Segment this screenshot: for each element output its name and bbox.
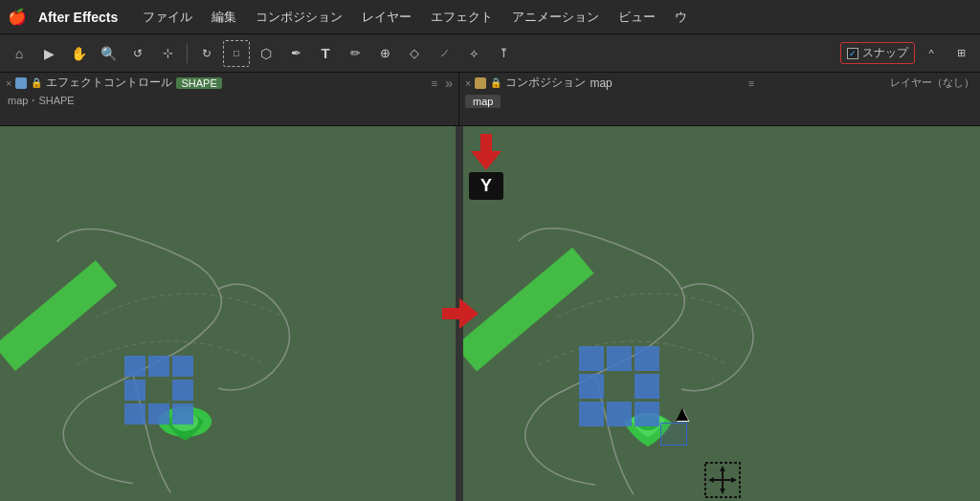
apple-logo-icon[interactable]: 🍎	[8, 8, 27, 26]
app-name: After Effects	[38, 10, 118, 25]
pen-tool-button[interactable]: ✒	[282, 40, 309, 67]
panel-right-icon	[475, 77, 486, 89]
lasso-tool-button[interactable]: ↺	[124, 40, 151, 67]
select-tool-button[interactable]: ▶	[35, 40, 62, 67]
panel-right-tab-row: × 🔒 コンポジション map ≡ レイヤー（なし）	[465, 75, 974, 91]
handle-bc	[148, 403, 169, 425]
menu-bar: 🍎 After Effects ファイル 編集 コンポジション レイヤー エフェ…	[0, 0, 980, 34]
panel-left-menu-icon[interactable]: ≡	[432, 77, 437, 89]
menu-effect[interactable]: エフェクト	[421, 5, 502, 30]
hand-tool-button[interactable]: ✋	[65, 40, 92, 67]
menu-layer[interactable]: レイヤー	[352, 5, 421, 30]
extra-btn-2[interactable]: ⊞	[947, 40, 974, 67]
handle-r-bc	[607, 402, 632, 426]
panel-left-icon	[15, 77, 27, 89]
anchor-tool-button[interactable]: ⊕	[371, 40, 398, 67]
panel-left-subtitle: map・SHAPE	[6, 91, 453, 108]
shape-tool-button[interactable]: ⬡	[253, 40, 279, 67]
fill-tool-button[interactable]: ◇	[401, 40, 428, 67]
handle-grid-right	[579, 346, 659, 426]
panel-right-lock-icon: 🔒	[490, 77, 501, 88]
handle-tc	[148, 356, 169, 377]
handle-tl	[124, 356, 145, 377]
handle-r-br	[635, 402, 659, 426]
move-tool-button[interactable]: ⊹	[154, 40, 181, 67]
selection-rect-small	[660, 423, 687, 446]
home-tool-button[interactable]: ⌂	[6, 40, 33, 67]
menu-composition[interactable]: コンポジション	[246, 5, 352, 30]
handle-r-mc-empty	[607, 374, 632, 399]
handle-r-mr	[635, 374, 659, 399]
toolbar: ⌂ ▶ ✋ 🔍 ↺ ⊹ ↻ □ ⬡ ✒ T ✏ ⊕ ◇ ⟋ ⟡ ⤒ スナップ ^…	[0, 34, 980, 73]
handle-r-tl	[579, 346, 604, 371]
handle-r-bl	[579, 402, 604, 426]
move-cursor-icon	[703, 461, 742, 501]
panel-left: × 🔒 エフェクトコントロール SHAPE ≡ » map・SHAPE	[0, 73, 459, 125]
map-tab[interactable]: map	[465, 95, 501, 108]
panel-left-tab-row: × 🔒 エフェクトコントロール SHAPE ≡ »	[6, 75, 453, 91]
handle-r-tc	[607, 346, 632, 371]
handle-br	[172, 403, 193, 425]
handle-mc-empty	[148, 380, 169, 401]
svg-marker-9	[731, 477, 737, 483]
menu-animation[interactable]: アニメーション	[502, 5, 609, 30]
orbit-tool-button[interactable]: ↻	[193, 40, 220, 67]
y-label: Y	[469, 172, 503, 200]
layer-label: レイヤー（なし）	[890, 76, 974, 90]
extra-btn-1[interactable]: ^	[918, 40, 945, 67]
canvas-left-bg	[0, 126, 456, 501]
handle-grid-left	[124, 356, 193, 425]
panel-right-close[interactable]: ×	[465, 77, 471, 89]
handle-r-ml	[579, 374, 604, 399]
text-tool-button[interactable]: T	[312, 40, 339, 67]
puppet-tool-button[interactable]: ⟡	[460, 40, 487, 67]
snap-button[interactable]: スナップ	[840, 42, 915, 64]
panel-left-title: エフェクトコントロール	[46, 75, 172, 91]
canvas-left	[0, 126, 459, 501]
shape-badge: SHAPE	[176, 77, 221, 89]
menu-file[interactable]: ファイル	[133, 5, 202, 30]
panel-right: × 🔒 コンポジション map ≡ レイヤー（なし） map	[459, 73, 980, 125]
canvas-right: ▲	[459, 126, 980, 501]
toolbar-divider-1	[187, 44, 188, 63]
handle-bl	[124, 403, 145, 425]
rect-select-button[interactable]: □	[223, 40, 250, 67]
zoom-tool-button[interactable]: 🔍	[95, 40, 122, 67]
brush-tool-button[interactable]: ⟋	[431, 40, 457, 67]
snap-label: スナップ	[862, 45, 908, 61]
handle-ml	[124, 380, 145, 401]
menu-edit[interactable]: 編集	[202, 5, 246, 30]
panel-right-title: コンポジション	[505, 75, 586, 91]
handle-r-tr	[635, 346, 659, 371]
eyedrop-tool-button[interactable]: ✏	[342, 40, 368, 67]
menu-items: ファイル 編集 コンポジション レイヤー エフェクト アニメーション ビュー ウ	[133, 5, 697, 30]
svg-marker-8	[708, 477, 714, 483]
right-arrow-icon	[442, 298, 479, 329]
right-arrow-container	[442, 298, 479, 329]
menu-window[interactable]: ウ	[665, 5, 697, 30]
down-arrow-icon	[471, 134, 501, 170]
panel-left-expand-icon[interactable]: »	[445, 76, 453, 91]
svg-marker-6	[720, 466, 725, 471]
pin-tool-button[interactable]: ⤒	[490, 40, 517, 67]
main-area: Y	[0, 126, 980, 501]
panel-left-lock-icon: 🔒	[31, 77, 42, 88]
menu-view[interactable]: ビュー	[609, 5, 665, 30]
handle-tr	[172, 356, 193, 377]
handle-mr	[172, 380, 193, 401]
panel-left-close[interactable]: ×	[6, 77, 11, 89]
panel-row: × 🔒 エフェクトコントロール SHAPE ≡ » map・SHAPE × 🔒 …	[0, 73, 980, 126]
canvas-right-bg	[459, 126, 980, 501]
down-arrow-container: Y	[469, 134, 503, 200]
svg-marker-7	[720, 489, 725, 494]
panel-right-map-label: map	[590, 76, 612, 90]
snap-checkbox[interactable]	[847, 48, 858, 59]
panel-right-menu-icon[interactable]: ≡	[748, 77, 754, 89]
